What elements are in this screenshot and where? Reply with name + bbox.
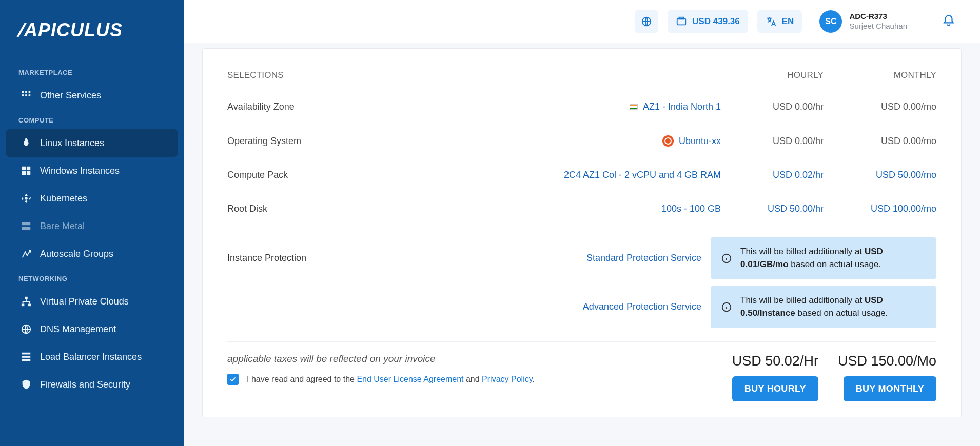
row-value: 2C4 AZ1 Col - 2 vCPU and 4 GB RAM — [564, 170, 721, 180]
sidebar: /APICULUS MARKETPLACE Other Services COM… — [0, 0, 184, 446]
topbar: USD 439.36 EN SC ADC-R373 Surjeet Chauha… — [184, 0, 980, 43]
sidebar-item-label: Firewalls and Security — [40, 379, 130, 390]
row-root-disk: Root Disk 100s - 100 GB USD 50.00/hr USD… — [227, 192, 936, 226]
svg-rect-6 — [22, 167, 26, 170]
total-hourly: USD 50.02/Hr — [732, 353, 818, 369]
windows-icon — [21, 165, 32, 176]
row-compute-pack: Compute Pack 2C4 AZ1 Col - 2 vCPU and 4 … — [227, 158, 936, 192]
svg-rect-5 — [29, 94, 31, 96]
buy-hourly-button[interactable]: BUY HOURLY — [732, 376, 818, 401]
sidebar-section-networking: NETWORKING — [0, 268, 184, 288]
row-label: Instance Protection — [227, 253, 306, 263]
user-id: ADC-R373 — [849, 12, 907, 22]
col-hourly: HOURLY — [721, 70, 824, 80]
sidebar-section-marketplace: MARKETPLACE — [0, 62, 184, 82]
row-label: Compute Pack — [227, 170, 288, 180]
row-hourly: USD 0.02/hr — [721, 170, 824, 180]
sidebar-item-windows-instances[interactable]: Windows Instances — [6, 157, 178, 185]
sidebar-item-vpc[interactable]: Virtual Private Clouds — [6, 288, 178, 315]
balance-chip[interactable]: USD 439.36 — [668, 10, 748, 33]
sidebar-item-autoscale-groups[interactable]: Autoscale Groups — [6, 240, 178, 268]
translate-icon — [766, 16, 777, 27]
globe-icon — [21, 323, 32, 335]
info-icon — [721, 301, 732, 313]
agree-checkbox[interactable] — [227, 374, 239, 385]
row-protection-standard: Instance Protection Standard Protection … — [227, 226, 936, 279]
svg-rect-0 — [22, 91, 24, 93]
svg-rect-3 — [22, 94, 24, 96]
row-hourly: USD 0.00/hr — [721, 136, 824, 147]
shield-icon — [21, 379, 32, 390]
buy-monthly-button[interactable]: BUY MONTHLY — [844, 376, 936, 401]
eula-link[interactable]: End User License Agreement — [357, 375, 463, 383]
sidebar-item-label: Windows Instances — [40, 166, 120, 176]
ubuntu-icon — [662, 135, 674, 147]
svg-rect-11 — [22, 222, 31, 226]
row-label: Root Disk — [227, 204, 267, 214]
tax-note: applicable taxes will be reflected on yo… — [227, 353, 718, 364]
svg-rect-2 — [29, 91, 31, 93]
sidebar-item-other-services[interactable]: Other Services — [6, 82, 178, 109]
svg-rect-12 — [22, 227, 31, 230]
svg-rect-7 — [27, 167, 30, 170]
sidebar-item-kubernetes[interactable]: Kubernetes — [6, 185, 178, 212]
info-box-advanced: This will be billed additionally at USD … — [711, 286, 936, 328]
row-value: 100s - 100 GB — [661, 204, 721, 214]
svg-rect-18 — [22, 356, 31, 358]
summary-card: SELECTIONS HOURLY MONTHLY Availability Z… — [202, 48, 962, 417]
row-hourly: USD 50.00/hr — [721, 204, 824, 214]
kubernetes-icon — [21, 193, 32, 204]
flag-india-icon — [630, 104, 638, 110]
autoscale-icon — [21, 248, 32, 259]
svg-point-10 — [25, 197, 28, 200]
svg-rect-1 — [25, 91, 27, 93]
brand-logo: /APICULUS — [0, 12, 184, 62]
sidebar-item-dns[interactable]: DNS Management — [6, 315, 178, 343]
svg-rect-15 — [28, 304, 31, 307]
privacy-link[interactable]: Privacy Policy — [482, 375, 532, 383]
col-monthly: MONTHLY — [824, 70, 936, 80]
agree-text: I have read and agreed to the End User L… — [247, 375, 535, 384]
sidebar-item-load-balancer[interactable]: Load Balancer Instances — [6, 343, 178, 371]
sidebar-item-label: Bare Metal — [40, 221, 85, 232]
svg-rect-14 — [22, 304, 25, 307]
row-monthly: USD 0.00/mo — [824, 136, 936, 147]
sidebar-item-label: Load Balancer Instances — [40, 352, 142, 362]
sidebar-item-label: DNS Management — [40, 324, 116, 335]
row-monthly: USD 100.00/mo — [824, 204, 936, 214]
protection-name: Advanced Protection Service — [583, 301, 701, 312]
col-selections: SELECTIONS — [227, 70, 721, 80]
svg-rect-4 — [25, 94, 27, 96]
row-availability-zone: Availability Zone AZ1 - India North 1 US… — [227, 90, 936, 124]
row-hourly: USD 0.00/hr — [721, 102, 824, 112]
info-icon — [721, 253, 732, 264]
svg-rect-9 — [27, 171, 30, 175]
sidebar-item-label: Autoscale Groups — [40, 249, 113, 259]
language-code: EN — [782, 16, 794, 27]
sidebar-item-firewalls[interactable]: Firewalls and Security — [6, 371, 178, 398]
user-menu[interactable]: SC ADC-R373 Surjeet Chauhan — [819, 10, 907, 33]
row-monthly: USD 0.00/mo — [824, 102, 936, 112]
notifications-button[interactable] — [942, 14, 955, 29]
row-label: Availability Zone — [227, 102, 295, 112]
balance-amount: USD 439.36 — [692, 16, 740, 27]
svg-rect-19 — [22, 359, 31, 361]
language-chip[interactable]: EN — [757, 10, 802, 33]
sidebar-item-label: Linux Instances — [40, 138, 104, 149]
row-protection-advanced: Advanced Protection Service This will be… — [227, 279, 936, 328]
grid-icon — [21, 90, 32, 101]
svg-rect-8 — [22, 171, 26, 175]
network-icon — [21, 296, 32, 307]
row-label: Operating System — [227, 136, 301, 147]
check-icon — [229, 376, 237, 383]
svg-rect-17 — [22, 353, 31, 355]
globe-button[interactable] — [635, 10, 658, 33]
user-name: Surjeet Chauhan — [849, 22, 907, 31]
sidebar-item-label: Virtual Private Clouds — [40, 296, 129, 307]
sidebar-item-linux-instances[interactable]: Linux Instances — [6, 129, 178, 157]
row-monthly: USD 50.00/mo — [824, 170, 936, 180]
sidebar-item-label: Kubernetes — [40, 193, 87, 204]
sidebar-section-compute: COMPUTE — [0, 109, 184, 129]
total-monthly: USD 150.00/Mo — [838, 353, 936, 369]
server-icon — [21, 220, 32, 232]
